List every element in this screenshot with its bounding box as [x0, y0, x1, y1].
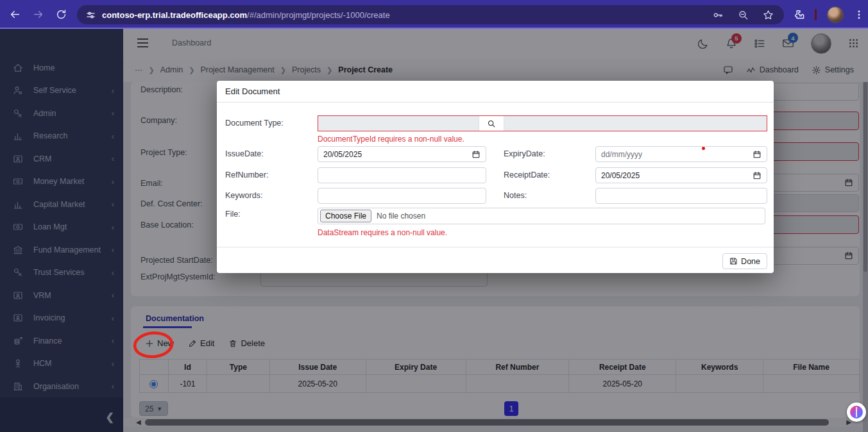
- bookmark-star-icon[interactable]: [763, 10, 774, 21]
- progress-line: [0, 28, 868, 29]
- url-path: /#/admin/projmgt/projects/-1000/create: [247, 10, 390, 20]
- document-type-display: [504, 116, 767, 131]
- ref-number-field[interactable]: [318, 167, 486, 183]
- address-bar[interactable]: contoso-erp.trial.tradeofficeapp.com/#/a…: [77, 5, 784, 24]
- browser-reload-button[interactable]: [55, 8, 67, 21]
- brain-gradient-icon: [850, 406, 863, 419]
- keywords-input[interactable]: [318, 188, 486, 203]
- expiry-date-label: ExpiryDate:: [504, 149, 545, 158]
- file-field[interactable]: Choose File No file chosen: [318, 208, 765, 224]
- save-icon: [729, 257, 738, 265]
- issue-date-label: IssueDate:: [225, 149, 264, 158]
- expiry-date-field[interactable]: [595, 146, 767, 162]
- document-type-field[interactable]: [318, 115, 767, 131]
- browser-profile-avatar[interactable]: [827, 6, 844, 23]
- choose-file-button[interactable]: Choose File: [320, 210, 371, 222]
- password-key-icon[interactable]: [713, 10, 724, 21]
- document-type-error: DocumentTypeId requires a non-null value…: [318, 135, 464, 144]
- browser-chrome: contoso-erp.trial.tradeofficeapp.com/#/a…: [0, 0, 868, 29]
- receipt-date-label: ReceiptDate:: [504, 170, 550, 179]
- receipt-date-field[interactable]: [595, 167, 767, 183]
- calendar-icon[interactable]: [753, 150, 762, 159]
- ref-number-input[interactable]: [318, 168, 486, 183]
- keywords-label: Keywords:: [225, 191, 262, 200]
- no-file-chosen-text: No file chosen: [377, 212, 425, 220]
- modal-footer: Done: [217, 247, 774, 273]
- red-circle-annotation: [132, 331, 174, 359]
- document-type-label: Document Type:: [225, 119, 284, 128]
- calendar-icon[interactable]: [753, 171, 762, 180]
- calendar-icon[interactable]: [472, 150, 481, 159]
- url-domain: contoso-erp.trial.tradeofficeapp.com: [102, 10, 247, 20]
- issue-date-field[interactable]: [318, 146, 486, 162]
- keywords-field[interactable]: [318, 188, 486, 204]
- cursor-dot: [702, 147, 705, 150]
- url-text: contoso-erp.trial.tradeofficeapp.com/#/a…: [102, 10, 390, 20]
- issue-date-input[interactable]: [318, 147, 486, 162]
- browser-back-button[interactable]: [9, 8, 21, 21]
- search-icon: [487, 119, 496, 128]
- browser-forward-button[interactable]: [32, 8, 44, 21]
- assistant-extension-icon[interactable]: [847, 403, 866, 422]
- zoom-icon[interactable]: [738, 10, 749, 21]
- toolbar-separator: [815, 9, 817, 21]
- notes-field[interactable]: [595, 188, 767, 204]
- document-type-search-button[interactable]: [479, 116, 504, 131]
- file-label: File:: [225, 210, 241, 219]
- modal-title: Edit Document: [217, 81, 774, 103]
- notes-label: Notes:: [504, 191, 527, 200]
- receipt-date-input[interactable]: [596, 168, 767, 183]
- expiry-date-input[interactable]: [596, 147, 767, 162]
- notes-input[interactable]: [596, 188, 767, 203]
- done-button[interactable]: Done: [722, 253, 767, 269]
- document-type-input[interactable]: [318, 116, 479, 131]
- site-info-icon[interactable]: [86, 10, 96, 20]
- edit-document-modal: Edit Document Document Type: DocumentTyp…: [217, 81, 774, 273]
- browser-menu-icon[interactable]: [854, 10, 864, 20]
- extensions-icon[interactable]: [792, 8, 804, 21]
- ref-number-label: RefNumber:: [225, 170, 268, 179]
- file-error: DataStream requires a non-null value.: [318, 228, 447, 237]
